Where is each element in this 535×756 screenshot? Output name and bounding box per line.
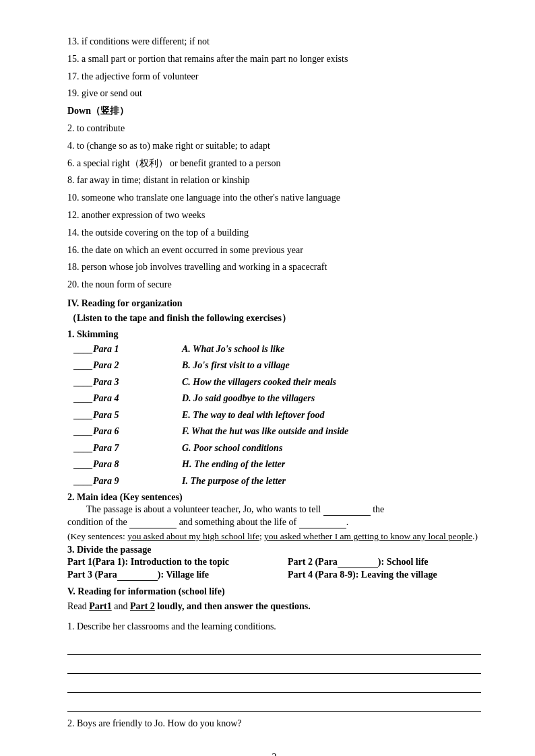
key-sentence-2: you asked whether I am getting to know a… (264, 531, 472, 541)
skimming-para-8: ____Para 8 (74, 456, 182, 473)
skimming-para-1: ____Para 1 (74, 341, 182, 358)
read-part1: Part1 (89, 601, 111, 611)
skimming-answer-3: C. How the villagers cooked their meals (182, 374, 481, 391)
blank-3[interactable] (299, 517, 346, 528)
skimming-para-9: ____Para 9 (74, 473, 182, 490)
part2-text: Part 2 (Para ): School life (288, 557, 429, 567)
skimming-answer-4: D. Jo said goodbye to the villagers (182, 390, 481, 407)
skimming-answer-1: A. What Jo's school is like (182, 341, 481, 358)
skimming-row-3: ____Para 3 C. How the villagers cooked t… (74, 374, 481, 391)
skimming-para-3: ____Para 3 (74, 374, 182, 391)
blank-2[interactable] (129, 517, 177, 528)
main-idea-line2: condition of the and something about the… (67, 517, 481, 528)
down-item-20: 20. the noun form of secure (67, 277, 481, 293)
key-sentences-block: (Key sentences: you asked about my high … (67, 531, 481, 542)
across-items: 13. if conditions were different; if not… (67, 34, 481, 102)
key-sentence-1: you asked about my high school life (127, 531, 259, 541)
divide-parts-row2: Part 3 (Para ): Village life Part 4 (Par… (67, 570, 481, 581)
down-item-8: 8. far away in time; distant in relation… (67, 172, 481, 188)
skimming-row-7: ____Para 7 G. Poor school conditions (74, 440, 481, 457)
read-instruction: Read Part1 and Part 2 loudly, and then a… (67, 598, 481, 615)
skimming-answer-9: I. The purpose of the letter (182, 473, 481, 490)
skimming-row-2: ____Para 2 B. Jo's first visit to a vill… (74, 357, 481, 374)
skimming-answer-5: E. The way to deal with leftover food (182, 407, 481, 424)
skimming-para-7: ____Para 7 (74, 440, 182, 457)
skimming-para-4: ____Para 4 (74, 390, 182, 407)
page-number: - 2 - (67, 752, 481, 756)
part2-blank[interactable] (338, 557, 378, 568)
page-content: 13. if conditions were different; if not… (67, 34, 481, 756)
down-item-18: 18. person whose job involves travelling… (67, 259, 481, 275)
part3-text: Part 3 (Para ): Village life (67, 570, 209, 580)
section-iv-sub: （Listen to the tape and finish the follo… (67, 310, 481, 327)
skimming-table: ____Para 1 A. What Jo's school is like _… (74, 341, 481, 490)
answer-line-1-1[interactable] (67, 640, 481, 655)
divide-part2: Part 2 (Para ): School life (288, 557, 481, 568)
down-item-12: 12. another expression of two weeks (67, 207, 481, 224)
answer-line-1-3[interactable] (67, 678, 481, 693)
skimming-para-5: ____Para 5 (74, 407, 182, 424)
answer-line-1-4[interactable] (67, 697, 481, 712)
down-item-10: 10. someone who translate one language i… (67, 190, 481, 206)
section-iv-title: IV. Reading for organization (67, 298, 481, 309)
across-item-17: 17. the adjective form of volunteer (67, 69, 481, 85)
main-idea-label: 2. Main idea (Key sentences) (67, 492, 481, 503)
divide-part3: Part 3 (Para ): Village life (67, 570, 261, 581)
down-item-2: 2. to contribute (67, 121, 481, 137)
down-label: Down（竖排） (67, 103, 481, 119)
part3-blank[interactable] (117, 570, 158, 581)
across-item-19: 19. give or send out (67, 85, 481, 102)
blank-1[interactable] (323, 504, 371, 516)
skimming-para-2: ____Para 2 (74, 357, 182, 374)
main-idea-text: The passage is about a volunteer teacher… (67, 504, 481, 516)
down-item-4: 4. to (change so as to) make right or su… (67, 138, 481, 154)
divide-part4: Part 4 (Para 8-9): Leaving the village (288, 570, 481, 581)
skimming-answer-2: B. Jo's first visit to a village (182, 357, 481, 374)
divide-parts-row1: Part 1(Para 1): Introduction to the topi… (67, 557, 481, 568)
down-item-6: 6. a special right（权利） or benefit grante… (67, 156, 481, 172)
skimming-answer-7: G. Poor school conditions (182, 440, 481, 457)
skimming-row-4: ____Para 4 D. Jo said goodbye to the vil… (74, 390, 481, 407)
down-items: 2. to contribute 4. to (change so as to)… (67, 121, 481, 293)
answer-lines-1 (67, 640, 481, 712)
divide-label: 3. Divide the passage (67, 545, 481, 555)
down-item-14: 14. the outside covering on the top of a… (67, 225, 481, 241)
skimming-para-6: ____Para 6 (74, 423, 182, 440)
skimming-answer-6: F. What the hut was like outside and ins… (182, 423, 481, 440)
read-part2: Part 2 (130, 601, 155, 611)
skimming-label: 1. Skimming (67, 329, 481, 340)
question-1-block: 1. Describe her classrooms and the learn… (67, 619, 481, 712)
answer-line-1-2[interactable] (67, 659, 481, 674)
across-item-15: 15. a small part or portion that remains… (67, 51, 481, 67)
question-2-block: 2. Boys are friendly to Jo. How do you k… (67, 716, 481, 732)
across-item-13: 13. if conditions were different; if not (67, 34, 481, 50)
skimming-answer-8: H. The ending of the letter (182, 456, 481, 473)
section-v-title: V. Reading for information (school life) (67, 586, 481, 597)
skimming-row-6: ____Para 6 F. What the hut was like outs… (74, 423, 481, 440)
question-2-text: 2. Boys are friendly to Jo. How do you k… (67, 716, 481, 732)
skimming-row-9: ____Para 9 I. The purpose of the letter (74, 473, 481, 490)
down-item-16: 16. the date on which an event occurred … (67, 242, 481, 259)
divide-part1: Part 1(Para 1): Introduction to the topi… (67, 557, 261, 568)
skimming-row-8: ____Para 8 H. The ending of the letter (74, 456, 481, 473)
skimming-row-1: ____Para 1 A. What Jo's school is like (74, 341, 481, 358)
skimming-row-5: ____Para 5 E. The way to deal with lefto… (74, 407, 481, 424)
question-1-text: 1. Describe her classrooms and the learn… (67, 619, 481, 635)
